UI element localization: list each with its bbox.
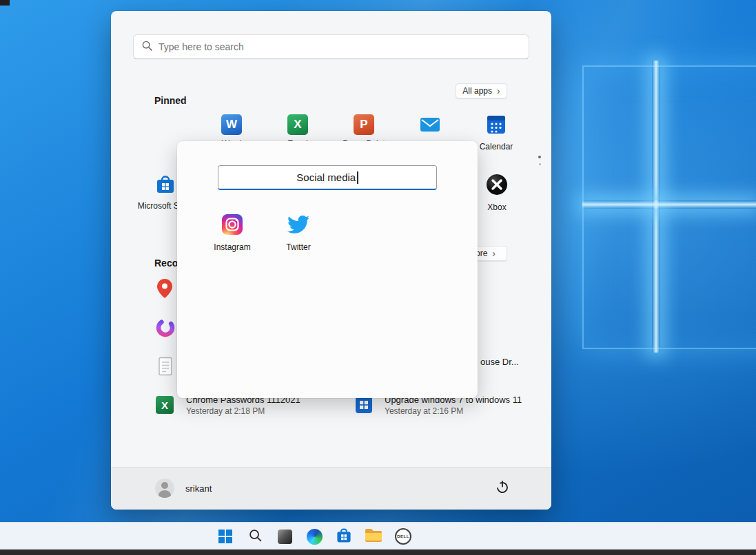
screen: Pinned All apps Word Excel PowerPoint (0, 0, 756, 555)
windows-logo-icon (218, 530, 232, 543)
excel-icon (287, 114, 308, 135)
clipchamp-icon[interactable] (155, 317, 176, 341)
store-icon (336, 527, 352, 546)
twitter-icon (287, 213, 309, 238)
power-icon (496, 480, 509, 496)
all-apps-label: All apps (462, 86, 492, 96)
screen-corner-notch (0, 0, 10, 6)
power-button[interactable] (490, 476, 515, 501)
pinned-section-title: Pinned (154, 95, 187, 106)
app-label: Xbox (487, 202, 506, 212)
search-input[interactable] (159, 41, 520, 52)
text-caret (357, 171, 358, 184)
chevron-right-icon (492, 249, 496, 258)
dell-icon (395, 528, 411, 545)
folder-name-value: Social media (296, 171, 356, 183)
dell-app-button[interactable] (395, 528, 411, 545)
app-label: Instagram (214, 242, 250, 252)
powerpoint-icon (354, 114, 374, 135)
screen-bottom-strip (0, 549, 756, 555)
page-dot-active[interactable] (538, 156, 541, 158)
search-icon (249, 529, 262, 545)
file-explorer-button[interactable] (365, 528, 382, 545)
word-icon (221, 114, 242, 135)
mail-icon (420, 114, 440, 138)
folder-popup: Social media Instagram Twitter (177, 141, 478, 398)
chevron-right-icon (497, 86, 500, 96)
document-icon[interactable] (157, 357, 174, 379)
edge-button[interactable] (306, 528, 323, 545)
taskbar-icons (217, 528, 411, 545)
start-menu-footer: srikant (111, 467, 551, 510)
instagram-icon (221, 213, 243, 238)
microsoft-store-icon (155, 174, 176, 197)
calendar-icon (486, 114, 507, 138)
app-label: Twitter (286, 242, 310, 252)
map-pin-icon[interactable] (156, 278, 173, 302)
recommended-item-fragment[interactable]: ouse Dr... (480, 357, 519, 367)
task-view-button[interactable] (276, 528, 293, 545)
task-view-icon (278, 530, 292, 544)
user-avatar[interactable] (155, 479, 174, 498)
page-dot[interactable] (539, 163, 541, 165)
wallpaper-window-horizontal-beam (582, 200, 756, 209)
edge-icon (307, 529, 323, 545)
user-name[interactable]: srikant (185, 483, 212, 494)
store-button[interactable] (336, 528, 352, 545)
folder-app-twitter[interactable]: Twitter (267, 213, 329, 252)
start-search-bar[interactable] (133, 34, 529, 59)
excel-file-icon (156, 396, 174, 414)
folder-app-instagram[interactable]: Instagram (201, 213, 263, 252)
folder-popup-apps: Instagram Twitter (201, 213, 329, 252)
file-explorer-icon (365, 527, 382, 545)
start-menu-panel: Pinned All apps Word Excel PowerPoint (111, 11, 551, 510)
search-icon (142, 41, 152, 54)
windows-upgrade-icon (355, 396, 373, 417)
app-label: Calendar (480, 142, 513, 151)
recommended-item-subtitle: Yesterday at 2:16 PM (385, 406, 522, 417)
folder-name-input[interactable]: Social media (218, 165, 437, 190)
xbox-icon (486, 174, 508, 198)
pinned-page-indicator[interactable] (538, 156, 541, 165)
recommended-item-subtitle: Yesterday at 2:18 PM (186, 406, 300, 417)
start-button[interactable] (217, 528, 234, 545)
taskbar-search-button[interactable] (247, 528, 263, 545)
all-apps-button[interactable]: All apps (456, 83, 507, 98)
taskbar (0, 522, 756, 549)
